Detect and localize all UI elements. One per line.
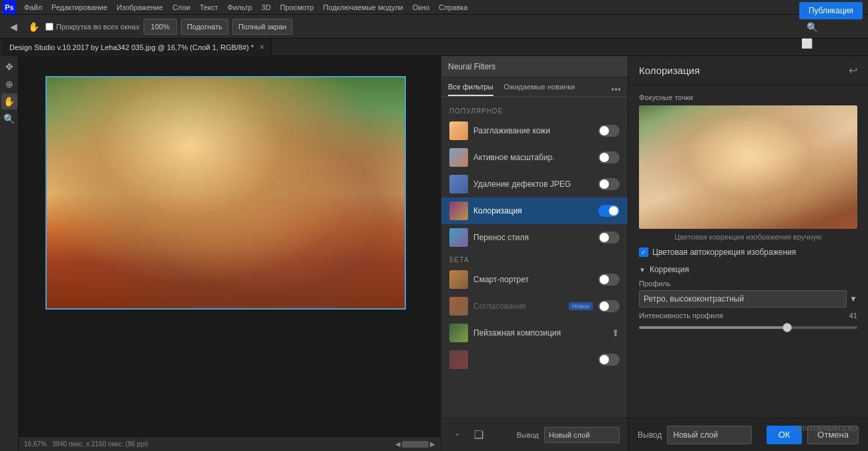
panel-icon[interactable]: ⬜ bbox=[799, 35, 815, 51]
filter-name-portrait: Смарт-портрет bbox=[473, 275, 593, 284]
tab-coming-soon[interactable]: Ожидаемые новинки bbox=[504, 83, 576, 96]
filter-badge-new: Новое bbox=[569, 302, 593, 310]
filter-toggle-more[interactable] bbox=[598, 354, 620, 366]
intensity-slider-thumb[interactable] bbox=[783, 323, 792, 332]
intensity-slider-track[interactable] bbox=[639, 326, 857, 329]
scroll-all-checkbox[interactable] bbox=[45, 23, 53, 31]
profile-select[interactable]: Ретро, высококонтрастныйСтандартЯркийМяг… bbox=[639, 290, 847, 308]
auto-correct-row: Цветовая автокоррекция изображения bbox=[639, 248, 857, 257]
filter-toggle-jpeg[interactable] bbox=[598, 178, 620, 190]
filter-toggle-color[interactable] bbox=[598, 205, 620, 217]
filter-more[interactable] bbox=[441, 346, 628, 373]
filter-thumb-more bbox=[449, 350, 468, 369]
colorization-footer: Вывод Новый слойСмарт-объектТекущий слой… bbox=[628, 418, 868, 451]
filter-landscape[interactable]: Пейзажная композиция ⬆ bbox=[441, 320, 628, 346]
tab-all-filters[interactable]: Все фильтры bbox=[448, 83, 493, 96]
hand-tool[interactable]: ✋ bbox=[25, 19, 41, 35]
menu-plugins[interactable]: Подключаемые модули bbox=[319, 2, 407, 13]
footer-output-select[interactable]: Новый слойСмарт-объектТекущий слойНовый … bbox=[667, 426, 752, 444]
menu-edit[interactable]: Редактирование bbox=[47, 2, 112, 13]
menu-3d[interactable]: 3D bbox=[258, 2, 275, 13]
colorization-panel: Колоризация ↩ Фокусные точки Цветовая ко… bbox=[628, 56, 868, 451]
filter-skin-smoothing[interactable]: Разглаживание кожи bbox=[441, 117, 628, 144]
reset-icon[interactable]: ↩ bbox=[849, 64, 857, 77]
fullscreen-button[interactable]: Полный экран bbox=[232, 19, 292, 35]
filter-thumb-portrait bbox=[449, 270, 468, 289]
neural-panel-header: Neural Filters bbox=[441, 56, 628, 77]
filter-style-transfer[interactable]: Перенос стиля bbox=[441, 224, 628, 251]
neural-filters-panel: Neural Filters Все фильтры Ожидаемые нов… bbox=[441, 56, 628, 451]
output-select[interactable]: Новый слойСмарт-объектТекущий слойНовый … bbox=[544, 427, 620, 443]
canvas-area: 16,67% 3840 пикс. x 2160 пикс. (96 ppi) … bbox=[19, 56, 441, 451]
fit-button[interactable]: Подогнать bbox=[181, 19, 228, 35]
menu-layers[interactable]: Слои bbox=[168, 2, 194, 13]
canvas-image-inner bbox=[47, 77, 405, 308]
more-options-icon[interactable]: ••• bbox=[611, 84, 621, 95]
move-tool[interactable]: ✥ bbox=[1, 59, 17, 75]
filter-thumb-skin bbox=[449, 121, 468, 140]
correction-section-toggle[interactable]: ▼ Коррекция bbox=[639, 265, 857, 274]
preview-image bbox=[639, 105, 857, 229]
colorization-header: Колоризация ↩ bbox=[628, 56, 868, 85]
back-button[interactable]: ◀ bbox=[5, 19, 21, 35]
tab-close-button[interactable]: ✕ bbox=[259, 43, 264, 51]
toolbar-right: Публикация 🔍 ⬜ bbox=[799, 2, 863, 51]
cloud-icon: ⬆ bbox=[612, 328, 620, 338]
neural-panel-bottom: ⬝ ❑ Вывод Новый слойСмарт-объектТекущий … bbox=[441, 418, 628, 451]
filter-harmonization[interactable]: Согласование Новое bbox=[441, 293, 628, 320]
filter-toggle-agree[interactable] bbox=[598, 300, 620, 312]
zoom-input[interactable]: 100% bbox=[144, 19, 177, 35]
eyedropper-tool[interactable]: 🔍 bbox=[1, 111, 17, 127]
canvas-image bbox=[45, 76, 406, 310]
filter-smart-portrait[interactable]: Смарт-портрет bbox=[441, 266, 628, 293]
cancel-button[interactable]: Отмена bbox=[807, 426, 859, 444]
layers-icon[interactable]: ❑ bbox=[471, 427, 487, 443]
filter-colorization[interactable]: Колоризация bbox=[441, 197, 628, 224]
filter-toggle-portrait[interactable] bbox=[598, 274, 620, 286]
chevron-down-icon: ▼ bbox=[639, 266, 646, 274]
nav-prev[interactable]: ◀ bbox=[395, 440, 401, 448]
filter-thumb-color bbox=[449, 201, 468, 220]
auto-correct-checkbox[interactable] bbox=[639, 248, 648, 257]
split-view-icon[interactable]: ⬝ bbox=[449, 427, 465, 443]
ps-logo: Ps bbox=[3, 1, 16, 14]
filter-name-landscape: Пейзажная композиция bbox=[473, 328, 606, 338]
filter-jpeg-removal[interactable]: Удаление дефектов JPEG bbox=[441, 171, 628, 197]
menu-help[interactable]: Справка bbox=[435, 2, 471, 13]
filter-toggle-style[interactable] bbox=[598, 232, 620, 244]
footer-output-label: Вывод bbox=[638, 430, 662, 440]
search-icon[interactable]: 🔍 bbox=[805, 19, 821, 35]
filter-thumb-landscape bbox=[449, 324, 468, 342]
intensity-slider-row: Интенсивность профиля 41 bbox=[639, 312, 857, 320]
filter-name-agree: Согласование bbox=[473, 302, 564, 311]
menu-file[interactable]: Файл bbox=[20, 2, 46, 13]
publish-button[interactable]: Публикация bbox=[799, 2, 863, 19]
filter-smart-upscale[interactable]: Активное масштабир. bbox=[441, 144, 628, 171]
nav-next[interactable]: ▶ bbox=[430, 440, 435, 448]
filter-thumb-jpeg bbox=[449, 175, 468, 193]
filter-name-style: Перенос стиля bbox=[473, 233, 593, 242]
menu-view[interactable]: Просмотр bbox=[276, 2, 318, 13]
output-label: Вывод bbox=[517, 431, 539, 439]
auto-correct-label: Цветовая автокоррекция изображения bbox=[652, 248, 796, 257]
filter-toggle-skin[interactable] bbox=[598, 125, 620, 137]
menu-image[interactable]: Изображение bbox=[113, 2, 167, 13]
hand-tool-sidebar[interactable]: ✋ bbox=[1, 93, 17, 109]
menu-text[interactable]: Текст bbox=[196, 2, 222, 13]
filter-name-skin: Разглаживание кожи bbox=[473, 126, 593, 135]
popular-section-label: ПОПУЛЯРНОЕ bbox=[441, 102, 628, 117]
menu-window[interactable]: Окно bbox=[409, 2, 434, 13]
zoom-tool[interactable]: ⊕ bbox=[1, 76, 17, 92]
canvas-nav: ◀ ▶ bbox=[395, 440, 435, 448]
menu-filter[interactable]: Фильтр bbox=[224, 2, 256, 13]
filter-name-jpeg: Удаление дефектов JPEG bbox=[473, 179, 593, 189]
document-tab[interactable]: Design Studio v.10.2017 by Leha342 035.j… bbox=[3, 39, 272, 56]
filter-toggle-scale[interactable] bbox=[598, 151, 620, 163]
ok-button[interactable]: ОК bbox=[767, 426, 803, 444]
neural-panel-title: Neural Filters bbox=[448, 62, 495, 71]
select-arrow-icon: ▼ bbox=[849, 294, 857, 304]
image-size: 3840 пикс. x 2160 пикс. (96 ppi) bbox=[52, 440, 148, 448]
intensity-label: Интенсивность профиля bbox=[639, 312, 839, 320]
tab-title: Design Studio v.10.2017 by Leha342 035.j… bbox=[9, 43, 254, 51]
menubar: Ps Файл Редактирование Изображение Слои … bbox=[0, 0, 868, 15]
